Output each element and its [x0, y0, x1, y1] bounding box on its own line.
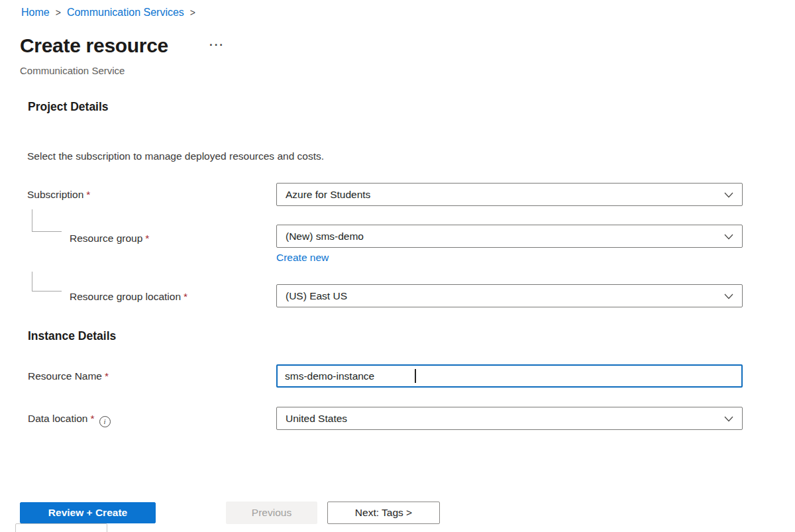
cropped-bottom-element: [15, 523, 107, 532]
subscription-label-text: Subscription: [27, 189, 83, 200]
resource-name-label: Resource Name*: [28, 370, 109, 382]
breadcrumb: Home > Communication Services >: [21, 7, 195, 19]
resource-group-location-dropdown[interactable]: (US) East US: [276, 284, 743, 307]
chevron-down-icon: [723, 231, 734, 242]
next-tags-button[interactable]: Next: Tags >: [327, 502, 440, 524]
chevron-down-icon: [723, 291, 734, 301]
resource-name-field-wrapper: [276, 364, 743, 388]
page-subtitle: Communication Service: [20, 65, 125, 76]
resource-group-location-value: (US) East US: [286, 290, 347, 302]
required-asterisk: *: [145, 233, 149, 244]
required-asterisk: *: [184, 291, 187, 302]
subscription-dropdown[interactable]: Azure for Students: [276, 183, 743, 206]
chevron-down-icon: [723, 413, 734, 424]
data-location-label: Data location*i: [28, 413, 111, 427]
breadcrumb-home[interactable]: Home: [21, 7, 50, 19]
resource-group-label: Resource group*: [70, 233, 149, 244]
indent-connector: [32, 272, 62, 292]
previous-button: Previous: [226, 502, 317, 524]
review-create-button[interactable]: Review + Create: [20, 502, 156, 523]
data-location-dropdown[interactable]: United States: [276, 407, 743, 430]
data-location-label-text: Data location: [28, 413, 87, 424]
chevron-down-icon: [723, 189, 734, 200]
indent-connector: [32, 209, 62, 232]
page-title: Create resource: [20, 34, 168, 57]
resource-group-dropdown[interactable]: (New) sms-demo: [276, 225, 743, 248]
subscription-value: Azure for Students: [286, 189, 370, 201]
resource-name-input[interactable]: [285, 370, 722, 382]
breadcrumb-separator: >: [190, 7, 195, 18]
resource-name-label-text: Resource Name: [28, 370, 102, 382]
instance-details-heading: Instance Details: [28, 329, 116, 343]
breadcrumb-communication-services[interactable]: Communication Services: [67, 7, 184, 19]
required-asterisk: *: [86, 189, 90, 200]
data-location-value: United States: [286, 413, 347, 425]
resource-group-location-label-text: Resource group location: [70, 291, 181, 302]
info-icon[interactable]: i: [99, 416, 111, 427]
text-cursor: [415, 369, 416, 383]
resource-group-value: (New) sms-demo: [286, 231, 364, 242]
resource-group-label-text: Resource group: [70, 233, 142, 244]
required-asterisk: *: [90, 413, 94, 424]
subscription-description: Select the subscription to manage deploy…: [27, 150, 324, 162]
resource-group-location-label: Resource group location*: [70, 291, 187, 303]
subscription-label: Subscription*: [27, 189, 90, 201]
required-asterisk: *: [105, 370, 109, 382]
breadcrumb-separator: >: [56, 7, 61, 18]
create-new-link[interactable]: Create new: [276, 252, 329, 264]
project-details-heading: Project Details: [28, 100, 109, 114]
more-options-icon[interactable]: ···: [209, 38, 225, 52]
